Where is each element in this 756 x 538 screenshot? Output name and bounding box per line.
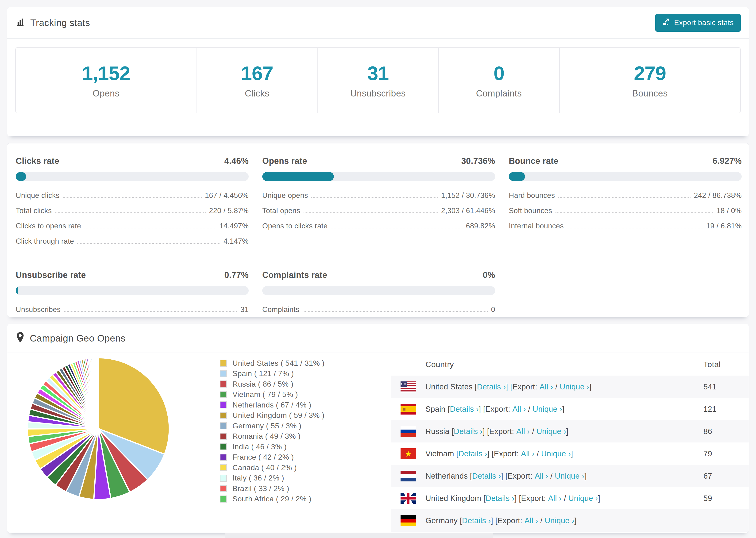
legend-swatch: [220, 412, 227, 419]
rate-header: Unsubscribe rate0.77%: [16, 270, 249, 280]
export-all-link[interactable]: All ›: [524, 516, 538, 525]
country-cell: United States [Details ›] [Export: All ›…: [401, 381, 591, 392]
legend-item[interactable]: Canada ( 40 / 2% ): [220, 463, 324, 471]
export-all-link[interactable]: All ›: [548, 494, 562, 503]
details-link[interactable]: Details ›: [459, 449, 487, 458]
progress-bar: [262, 286, 495, 295]
export-unique-link[interactable]: Unique ›: [545, 516, 574, 525]
rate-detail-label: Unique opens: [262, 191, 308, 200]
export-unique-link[interactable]: Unique ›: [536, 427, 566, 436]
legend-item[interactable]: Vietnam ( 79 / 5% ): [220, 391, 324, 399]
details-link[interactable]: Details ›: [477, 382, 506, 391]
country-name: Germany [: [425, 516, 462, 525]
legend-item[interactable]: Romania ( 49 / 3% ): [220, 432, 324, 440]
ru-flag-icon: [401, 426, 416, 437]
legend-label: United States ( 541 / 31% ): [233, 359, 324, 368]
export-all-link[interactable]: All ›: [535, 471, 548, 480]
export-basic-stats-button[interactable]: Export basic stats: [655, 14, 741, 32]
geo-body: United States ( 541 / 31% )Spain ( 121 /…: [7, 353, 749, 528]
stat-value: 31: [367, 62, 389, 85]
geo-table: Country Total United States [Details ›] …: [391, 353, 749, 532]
rate-detail-value: 167 / 4.456%: [205, 191, 249, 200]
legend-swatch: [220, 370, 227, 377]
export-unique-link[interactable]: Unique ›: [568, 494, 598, 503]
dotted-leader: [331, 228, 462, 228]
dotted-leader: [55, 212, 206, 213]
export-all-link[interactable]: All ›: [512, 405, 526, 413]
legend-item[interactable]: South Africa ( 29 / 2% ): [220, 495, 324, 503]
details-link[interactable]: Details ›: [454, 427, 483, 436]
rate-detail-label: Total opens: [262, 207, 300, 215]
stat-label: Opens: [93, 88, 120, 99]
legend-swatch: [220, 496, 227, 503]
rate-detail-row: Soft bounces18 / 0%: [509, 207, 742, 215]
legend-item[interactable]: Italy ( 36 / 2% ): [220, 474, 324, 482]
legend-item[interactable]: United States ( 541 / 31% ): [220, 359, 324, 367]
rate-detail-value: 0: [491, 305, 495, 314]
dotted-leader: [567, 228, 703, 228]
stat-value: 167: [241, 62, 273, 85]
country-cell: Spain [Details ›] [Export: All › / Uniqu…: [401, 404, 565, 414]
rate-detail-row: Unique clicks167 / 4.456%: [16, 191, 249, 200]
bracket-text: ]: [584, 471, 586, 480]
pie-slice[interactable]: [98, 358, 98, 429]
rate-title: Bounce rate: [509, 156, 558, 166]
table-row: Russia [Details ›] [Export: All › / Uniq…: [391, 420, 749, 443]
legend-label: Russia ( 86 / 5% ): [233, 380, 294, 389]
details-link[interactable]: Details ›: [486, 494, 514, 503]
dotted-leader: [311, 197, 438, 198]
dotted-leader: [63, 197, 202, 198]
export-unique-link[interactable]: Unique ›: [541, 449, 571, 458]
rate-detail-label: Internal bounces: [509, 222, 564, 230]
legend-item[interactable]: Brazil ( 33 / 2% ): [220, 484, 324, 493]
rate-detail-value: 14.497%: [220, 222, 249, 230]
legend-item[interactable]: United Kingdom ( 59 / 3% ): [220, 411, 324, 419]
stat-cell: 31Unsubscribes: [318, 48, 439, 113]
rate-title: Clicks rate: [16, 156, 59, 166]
legend-item[interactable]: France ( 42 / 2% ): [220, 453, 324, 461]
stat-label: Clicks: [245, 88, 269, 99]
legend-label: Canada ( 40 / 2% ): [233, 463, 297, 472]
de-flag-icon: [401, 515, 416, 526]
legend-item[interactable]: Germany ( 55 / 3% ): [220, 422, 324, 430]
bracket-text: ] [Export:: [514, 494, 548, 503]
dotted-leader: [77, 243, 220, 243]
rate-section: Bounce rate6.927%Hard bounces242 / 86.73…: [509, 156, 742, 252]
rate-title: Unsubscribe rate: [16, 270, 86, 280]
export-unique-link[interactable]: Unique ›: [555, 471, 584, 480]
export-all-link[interactable]: All ›: [540, 382, 553, 391]
legend-item[interactable]: Russia ( 86 / 5% ): [220, 380, 324, 388]
rate-detail-row: Clicks to opens rate14.497%: [16, 222, 249, 230]
tracking-stats-header: Tracking stats Export basic stats: [7, 7, 749, 38]
rate-value: 6.927%: [713, 156, 742, 166]
separator-text: /: [530, 427, 536, 436]
export-all-link[interactable]: All ›: [516, 427, 530, 436]
details-link[interactable]: Details ›: [462, 516, 491, 525]
details-link[interactable]: Details ›: [472, 471, 501, 480]
legend-item[interactable]: Spain ( 121 / 7% ): [220, 370, 324, 378]
page-bottom-strip: [225, 533, 493, 538]
legend-item[interactable]: Netherlands ( 67 / 4% ): [220, 401, 324, 409]
rate-detail-row: Unique opens1,152 / 30.736%: [262, 191, 495, 200]
legend-item[interactable]: India ( 46 / 3% ): [220, 443, 324, 451]
table-row: United States [Details ›] [Export: All ›…: [391, 376, 749, 398]
country-cell: Netherlands [Details ›] [Export: All › /…: [401, 471, 587, 481]
export-all-link[interactable]: All ›: [521, 449, 535, 458]
nl-flag-icon: [401, 471, 416, 481]
separator-text: /: [553, 382, 560, 391]
legend-swatch: [220, 443, 227, 450]
stat-cell: 167Clicks: [197, 48, 318, 113]
export-unique-link[interactable]: Unique ›: [560, 382, 589, 391]
table-row: Germany [Details ›] [Export: All › / Uni…: [391, 510, 749, 532]
rate-value: 0%: [483, 270, 495, 280]
export-unique-link[interactable]: Unique ›: [532, 405, 562, 413]
legend-swatch: [220, 464, 227, 471]
details-link[interactable]: Details ›: [450, 405, 479, 413]
gb-flag-icon: [401, 493, 416, 504]
rate-detail-row: Total opens2,303 / 61.446%: [262, 207, 495, 215]
bracket-text: ]: [562, 405, 565, 413]
rate-detail-value: 242 / 86.738%: [694, 191, 742, 200]
total-value: 121: [703, 405, 717, 413]
progress-bar-fill: [16, 286, 18, 295]
rate-header: Clicks rate4.46%: [16, 156, 249, 166]
